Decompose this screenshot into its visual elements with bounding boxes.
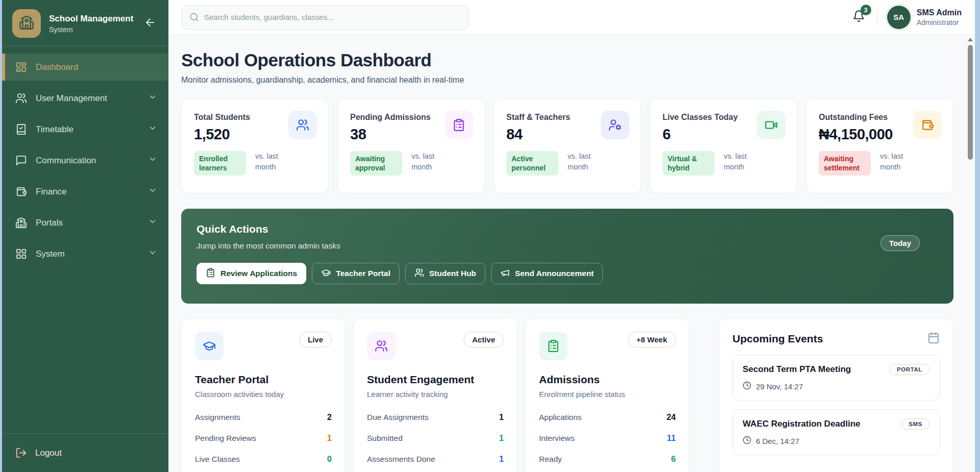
chevron-down-icon bbox=[148, 217, 157, 229]
clock-icon bbox=[743, 436, 751, 446]
users-icon bbox=[414, 268, 424, 280]
row-label: Submitted bbox=[367, 434, 403, 443]
quick-actions-title: Quick Actions bbox=[197, 223, 938, 235]
status-pill: +8 Week bbox=[628, 332, 676, 347]
users-icon bbox=[367, 332, 396, 360]
users-icon bbox=[288, 111, 317, 139]
notification-count-badge: 3 bbox=[861, 5, 871, 15]
stat-note: vs. last month bbox=[255, 151, 288, 172]
card-subtitle: Classroom activities today bbox=[195, 390, 332, 399]
sidebar: School Management System Dashboard User … bbox=[2, 0, 168, 472]
event-title: Second Term PTA Meeting bbox=[743, 364, 851, 375]
page-subtitle: Monitor admissions, guardianship, academ… bbox=[181, 76, 953, 85]
stat-card-pending-admissions: Pending Admissions 38 Awaiting approval … bbox=[337, 99, 485, 193]
student-hub-button[interactable]: Student Hub bbox=[405, 263, 485, 284]
stat-badge: Awaiting settlement bbox=[819, 151, 871, 176]
event-tag: PORTAL bbox=[890, 364, 929, 375]
wallet-icon bbox=[913, 111, 942, 139]
stat-badge: Virtual & hybrid bbox=[663, 151, 715, 176]
review-applications-button[interactable]: Review Applications bbox=[197, 263, 306, 284]
sidebar-nav: Dashboard User Management Timetable Comm… bbox=[2, 46, 168, 433]
stat-note: vs. last month bbox=[724, 151, 756, 172]
logout-button[interactable]: Logout bbox=[15, 447, 155, 459]
status-pill: Live bbox=[299, 332, 332, 347]
stat-badge: Awaiting approval bbox=[350, 151, 402, 176]
school-building-icon bbox=[19, 15, 34, 32]
sidebar-header: School Management System bbox=[2, 0, 168, 46]
sidebar-item-dashboard[interactable]: Dashboard bbox=[2, 54, 168, 81]
sidebar-item-user-management[interactable]: User Management bbox=[2, 85, 168, 112]
sidebar-item-timetable[interactable]: Timetable bbox=[2, 116, 168, 143]
card-title: Admissions bbox=[539, 374, 676, 386]
button-label: Student Hub bbox=[429, 269, 476, 278]
row-label: Assessments Done bbox=[367, 455, 435, 464]
brand-subtitle: System bbox=[49, 26, 136, 34]
row-value: 24 bbox=[667, 412, 676, 422]
row-value: 1 bbox=[499, 412, 504, 422]
timetable-book-icon bbox=[15, 123, 27, 135]
stat-row: Live Classes 0 bbox=[195, 449, 332, 469]
user-gear-icon bbox=[601, 111, 629, 139]
notifications-button[interactable]: 3 bbox=[849, 8, 868, 27]
teacher-portal-button[interactable]: Teacher Portal bbox=[312, 263, 400, 284]
button-label: Send Announcement bbox=[515, 269, 594, 278]
dashboard-grid-icon bbox=[15, 61, 27, 73]
arrow-left-icon bbox=[144, 16, 156, 31]
calendar-icon bbox=[927, 332, 940, 346]
megaphone-icon bbox=[500, 268, 510, 280]
status-pill: Active bbox=[463, 332, 504, 347]
video-camera-icon bbox=[757, 111, 786, 139]
stat-row: Interviews 11 bbox=[539, 428, 676, 449]
events-title: Upcoming Events bbox=[732, 333, 823, 345]
card-subtitle: Enrolment pipeline status bbox=[539, 390, 676, 399]
chevron-down-icon bbox=[148, 123, 157, 135]
user-menu[interactable]: SA SMS Admin Administrator bbox=[887, 6, 962, 29]
clipboard-list-icon bbox=[206, 268, 215, 280]
sidebar-item-communication[interactable]: Communication bbox=[2, 147, 168, 174]
page-title: School Operations Dashboard bbox=[181, 50, 953, 70]
stat-card-staff-teachers: Staff & Teachers 84 Active personnel vs.… bbox=[494, 99, 641, 193]
event-item[interactable]: Second Term PTA Meeting PORTAL 29 Nov, 1… bbox=[732, 355, 940, 401]
sidebar-item-finance[interactable]: Finance bbox=[2, 178, 168, 205]
global-search bbox=[182, 5, 469, 30]
search-input[interactable] bbox=[204, 13, 461, 21]
stat-row: Ready 6 bbox=[539, 449, 676, 469]
sidebar-collapse-button[interactable] bbox=[144, 16, 158, 31]
admissions-card: +8 Week Admissions Enrolment pipeline st… bbox=[525, 318, 690, 472]
student-engagement-card: Active Student Engagement Learner activi… bbox=[353, 318, 518, 472]
row-label: Ready bbox=[539, 455, 562, 464]
logout-icon bbox=[15, 447, 27, 459]
topbar-divider bbox=[877, 9, 878, 26]
upcoming-events-card: Upcoming Events Second Term PTA Meeting … bbox=[719, 318, 953, 472]
sidebar-item-portals[interactable]: Portals bbox=[2, 209, 168, 236]
stat-badge: Enrolled learners bbox=[194, 151, 246, 176]
main-content: School Operations Dashboard Monitor admi… bbox=[168, 35, 975, 472]
scrollbar-up-arrow[interactable] bbox=[968, 38, 973, 41]
grid-icon bbox=[15, 248, 27, 260]
sidebar-item-label: Dashboard bbox=[36, 62, 78, 72]
row-label: Interviews bbox=[539, 434, 575, 443]
row-label: Due Assignments bbox=[367, 413, 429, 422]
stat-row: Applications 24 bbox=[539, 407, 676, 428]
stat-row: Due Assignments 1 bbox=[367, 407, 504, 428]
row-value: 1 bbox=[499, 454, 504, 464]
sidebar-item-label: System bbox=[36, 249, 65, 259]
sidebar-item-system[interactable]: System bbox=[2, 240, 168, 267]
search-icon bbox=[189, 12, 199, 22]
sidebar-item-label: Communication bbox=[36, 156, 96, 166]
row-value: 1 bbox=[499, 433, 504, 443]
stat-row: Pending Reviews 1 bbox=[195, 428, 332, 449]
row-value: 11 bbox=[667, 433, 676, 443]
event-time: 6 Dec, 14:27 bbox=[756, 437, 799, 445]
scrollbar[interactable] bbox=[966, 35, 975, 472]
scrollbar-thumb[interactable] bbox=[968, 45, 973, 160]
teacher-portal-card: Live Teacher Portal Classroom activities… bbox=[181, 318, 346, 472]
row-label: Applications bbox=[539, 413, 582, 422]
event-item[interactable]: WAEC Registration Deadline SMS 6 Dec, 14… bbox=[732, 409, 940, 455]
graduation-cap-icon bbox=[195, 332, 224, 360]
sidebar-item-label: Portals bbox=[36, 218, 63, 228]
chat-bubble-icon bbox=[15, 155, 27, 166]
window-edge-right bbox=[975, 0, 980, 472]
card-title: Student Engagement bbox=[367, 374, 504, 386]
send-announcement-button[interactable]: Send Announcement bbox=[491, 263, 603, 284]
